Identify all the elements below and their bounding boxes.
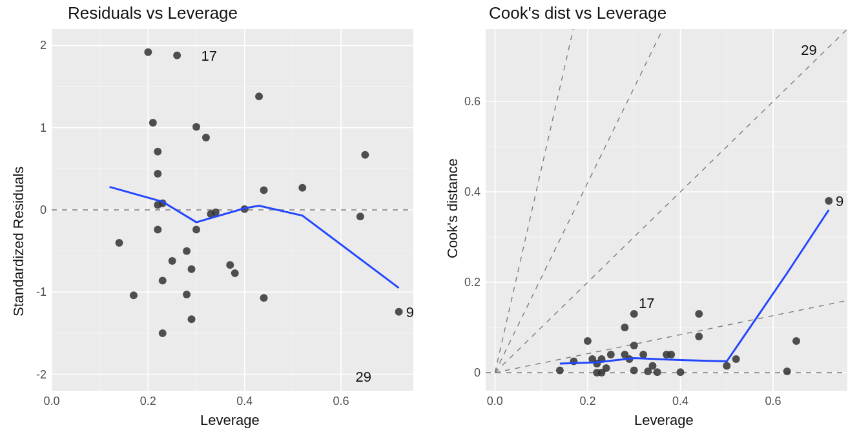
figure: Residuals vs Leverage Standardized Resid…	[0, 0, 868, 434]
data-point	[732, 355, 740, 363]
point-label-29: 29	[355, 369, 371, 385]
data-point	[226, 261, 234, 269]
svg-text:0.0: 0.0	[43, 395, 59, 408]
svg-text:0.2: 0.2	[464, 276, 480, 289]
data-point	[356, 212, 364, 220]
data-point	[231, 269, 239, 277]
svg-text:2: 2	[40, 39, 46, 52]
right-panel: Cook's dist vs Leverage Cook's distance …	[434, 0, 868, 434]
data-point	[667, 351, 675, 358]
data-point	[792, 337, 800, 345]
right-x-ticks: 0.00.20.40.6	[487, 395, 781, 408]
data-point	[597, 369, 605, 377]
svg-text:-2: -2	[36, 368, 46, 381]
data-point	[395, 308, 403, 316]
data-point	[154, 148, 161, 156]
left-panel: Residuals vs Leverage Standardized Resid…	[0, 0, 434, 434]
left-x-ticks: 0.00.20.40.6	[43, 395, 349, 408]
data-point	[556, 367, 564, 375]
data-point	[188, 315, 196, 323]
point-label-9: 9	[406, 304, 414, 320]
data-point	[630, 367, 638, 375]
data-point	[677, 368, 685, 376]
right-y-ticks: 00.20.40.6	[464, 95, 480, 379]
svg-text:0.2: 0.2	[140, 395, 156, 408]
svg-text:0.0: 0.0	[487, 395, 503, 408]
data-point	[169, 257, 176, 265]
data-point	[621, 324, 628, 331]
data-point	[607, 351, 615, 358]
data-point	[154, 226, 161, 234]
point-label-9: 9	[836, 193, 843, 209]
data-point	[159, 276, 167, 284]
data-point	[192, 123, 200, 130]
data-point	[644, 367, 652, 375]
point-label-29: 29	[801, 42, 816, 58]
data-point	[154, 201, 161, 209]
data-point	[654, 368, 661, 376]
svg-text:1: 1	[40, 121, 46, 134]
left-plot: 0.00.20.40.6 -2-1012 17929	[0, 0, 434, 434]
svg-text:0.6: 0.6	[765, 395, 781, 408]
data-point	[639, 351, 647, 358]
data-point	[298, 184, 306, 192]
svg-text:0.2: 0.2	[579, 395, 595, 408]
data-point	[130, 291, 138, 299]
svg-text:0.4: 0.4	[672, 395, 688, 408]
right-plot-bg	[486, 29, 847, 391]
data-point	[255, 92, 263, 100]
data-point	[723, 362, 730, 370]
data-point	[144, 48, 152, 56]
data-point	[584, 337, 592, 345]
point-label-17: 17	[201, 48, 216, 64]
data-point	[783, 367, 791, 375]
point-label-17: 17	[639, 295, 654, 311]
data-point	[593, 360, 601, 367]
data-point	[183, 247, 191, 255]
svg-text:-1: -1	[36, 285, 46, 298]
data-point	[202, 134, 210, 141]
svg-text:0.6: 0.6	[464, 95, 480, 108]
data-point	[260, 186, 268, 194]
data-point	[192, 226, 200, 234]
svg-text:0: 0	[474, 366, 480, 379]
data-point	[695, 310, 703, 318]
data-point	[116, 239, 123, 247]
data-point	[183, 291, 191, 298]
data-point	[188, 265, 196, 273]
data-point	[173, 52, 181, 59]
data-point	[154, 170, 161, 178]
data-point	[695, 333, 703, 340]
data-point	[260, 294, 268, 302]
left-y-ticks: -2-1012	[36, 39, 46, 380]
right-plot: 0.00.20.40.6 00.20.40.6 29917	[434, 0, 868, 434]
data-point	[361, 151, 369, 159]
svg-text:0.6: 0.6	[333, 395, 349, 408]
data-point	[149, 119, 157, 127]
data-point	[630, 342, 638, 349]
data-point	[825, 197, 832, 205]
svg-text:0.4: 0.4	[236, 395, 253, 408]
data-point	[159, 329, 167, 337]
data-point	[630, 310, 638, 318]
svg-text:0.4: 0.4	[464, 185, 480, 198]
svg-text:0: 0	[40, 203, 46, 216]
